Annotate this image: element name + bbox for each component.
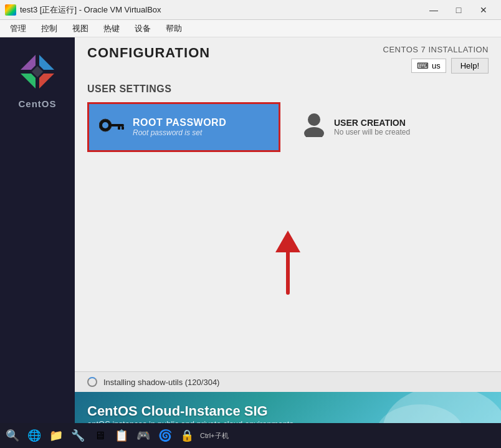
taskbar-icon-3[interactable]: 🔧	[68, 426, 88, 446]
taskbar-label: Ctrl+子机	[200, 431, 229, 441]
taskbar-icon-0[interactable]: 🔍	[2, 426, 22, 446]
user-creation-title: USER CREATION	[334, 118, 410, 128]
maximize-button[interactable]: □	[446, 1, 471, 19]
close-button[interactable]: ✕	[471, 1, 496, 19]
config-title: CONFIGURATION	[87, 45, 210, 61]
svg-point-14	[304, 127, 324, 137]
root-password-text: ROOT PASSWORD Root password is set	[133, 117, 226, 137]
svg-point-9	[102, 122, 108, 128]
progress-area: Installing shadow-utils (120/304)	[75, 371, 501, 392]
taskbar-icon-2[interactable]: 📁	[46, 426, 66, 446]
minimize-button[interactable]: —	[421, 1, 446, 19]
svg-rect-10	[110, 124, 124, 126]
root-password-title: ROOT PASSWORD	[133, 117, 226, 128]
key-icon	[99, 116, 124, 139]
user-creation-text: USER CREATION No user will be created	[334, 118, 410, 136]
root-password-subtitle: Root password is set	[133, 128, 226, 137]
taskbar-icon-6[interactable]: 🎮	[133, 426, 153, 446]
window-controls: — □ ✕	[421, 1, 496, 19]
user-icon	[303, 112, 325, 143]
menu-control[interactable]: 控制	[34, 21, 65, 37]
installation-title: CENTOS 7 INSTALLATION	[383, 45, 489, 54]
keyboard-icon: ⌨	[417, 61, 429, 70]
user-creation-card[interactable]: USER CREATION No user will be created	[293, 102, 467, 152]
sidebar: CentOS	[0, 37, 75, 448]
svg-marker-16	[275, 231, 300, 252]
svg-point-13	[308, 113, 320, 126]
language-selector[interactable]: ⌨ us	[411, 59, 446, 73]
menu-manage[interactable]: 管理	[2, 21, 34, 37]
installation-info: CENTOS 7 INSTALLATION ⌨ us Help!	[383, 45, 489, 74]
progress-spinner	[87, 377, 97, 387]
app-icon	[5, 4, 16, 16]
content-topbar: CONFIGURATION CENTOS 7 INSTALLATION ⌨ us…	[75, 37, 501, 79]
vm-area: CentOS CONFIGURATION CENTOS 7 INSTALLATI…	[0, 37, 501, 448]
progress-text: Installing shadow-utils (120/304)	[103, 378, 219, 387]
root-password-card[interactable]: ROOT PASSWORD Root password is set	[87, 102, 280, 152]
user-settings-title: USER SETTINGS	[75, 79, 501, 102]
arrow-area	[75, 152, 501, 371]
taskbar-icon-8[interactable]: 🔒	[177, 426, 197, 446]
centos-label: CentOS	[18, 98, 56, 109]
lang-value: us	[432, 61, 441, 70]
help-button[interactable]: Help!	[451, 58, 489, 74]
menubar: 管理 控制 视图 热键 设备 帮助	[0, 20, 501, 37]
taskbar: 🔍 🌐 📁 🔧 🖥 📋 🎮 🌀 🔒 Ctrl+子机	[0, 423, 501, 448]
taskbar-icon-4[interactable]: 🖥	[90, 426, 110, 446]
up-arrow	[269, 224, 307, 299]
cards-area: ROOT PASSWORD Root password is set USER …	[75, 102, 501, 152]
svg-rect-11	[118, 126, 120, 130]
menu-device[interactable]: 设备	[127, 21, 158, 37]
taskbar-icon-7[interactable]: 🌀	[155, 426, 175, 446]
window-title: test3 [正在运行] - Oracle VM VirtualBox	[20, 4, 421, 16]
titlebar: test3 [正在运行] - Oracle VM VirtualBox — □ …	[0, 0, 501, 20]
content-area: CONFIGURATION CENTOS 7 INSTALLATION ⌨ us…	[75, 37, 501, 448]
menu-hotkey[interactable]: 热键	[96, 21, 127, 37]
taskbar-icon-1[interactable]: 🌐	[24, 426, 44, 446]
centos-logo	[16, 50, 59, 93]
user-creation-subtitle: No user will be created	[334, 128, 410, 136]
menu-help[interactable]: 帮助	[158, 21, 189, 37]
lang-help-row: ⌨ us Help!	[411, 58, 489, 74]
taskbar-icon-5[interactable]: 📋	[112, 426, 131, 446]
svg-rect-12	[122, 126, 124, 130]
menu-view[interactable]: 视图	[65, 21, 96, 37]
